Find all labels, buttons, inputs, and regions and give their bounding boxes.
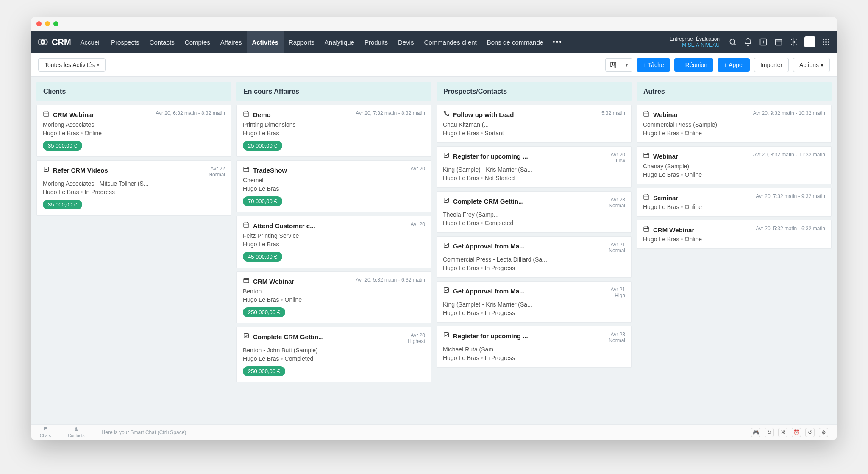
kanban-view-icon[interactable]: [606, 59, 621, 71]
nav-item-comptes[interactable]: Comptes: [180, 31, 215, 53]
column-header: Autres: [637, 82, 832, 101]
activity-card[interactable]: CRM WebinarAvr 20, 5:32 matin - 6:32 mat…: [236, 271, 431, 323]
nav-item-produits[interactable]: Produits: [359, 31, 393, 53]
card-time: Avr 23: [611, 332, 625, 337]
new-call-button[interactable]: + Appel: [718, 58, 750, 72]
filter-dropdown[interactable]: Toutes les Activités ▾: [38, 58, 106, 72]
import-button[interactable]: Importer: [754, 58, 789, 72]
window-maximize[interactable]: [53, 21, 58, 26]
card-meta: Hugo Le Bras•Online: [643, 204, 825, 210]
nav-item-affaires[interactable]: Affaires: [215, 31, 247, 53]
event-icon: [243, 277, 250, 285]
nav-item-activités[interactable]: Activités: [247, 31, 284, 53]
svg-rect-8: [825, 41, 826, 42]
footer-settings-icon[interactable]: ⚙: [819, 428, 828, 437]
nav-item-analytique[interactable]: Analytique: [320, 31, 359, 53]
svg-rect-21: [244, 278, 249, 283]
card-meta: Hugo Le Bras•Online: [643, 171, 825, 178]
card-subtitle: Chau Kitzman (...: [443, 121, 625, 128]
chevron-down-icon[interactable]: ▾: [621, 59, 632, 71]
card-time: Avr 21: [611, 242, 625, 248]
card-subtitle: Morlong Associates: [43, 121, 225, 128]
apps-grid-icon[interactable]: [821, 37, 831, 47]
card-title: Attend Customer c...: [253, 222, 315, 229]
svg-rect-4: [823, 39, 824, 40]
task-icon: [43, 166, 50, 174]
footer-alarm-icon[interactable]: ⏰: [792, 428, 801, 437]
footer-contacts[interactable]: Contacts: [68, 427, 84, 438]
footer-history-icon[interactable]: ↺: [805, 428, 815, 437]
card-subtitle: Commercial Press - Leota Dilliard (Sa...: [443, 256, 625, 263]
card-time: Avr 20, 7:32 matin - 9:32 matin: [756, 193, 825, 199]
activity-card[interactable]: CRM WebinarAvr 20, 5:32 matin - 6:32 mat…: [637, 220, 832, 249]
new-meeting-button[interactable]: + Réunion: [674, 58, 713, 72]
activity-card[interactable]: WebinarAvr 20, 9:32 matin - 10:32 matinC…: [637, 105, 832, 143]
svg-rect-25: [444, 243, 449, 248]
kanban-column: AutresWebinarAvr 20, 9:32 matin - 10:32 …: [637, 82, 832, 419]
calendar-icon[interactable]: [774, 37, 783, 47]
card-title: Complete CRM Gettin...: [453, 198, 524, 205]
nav-more[interactable]: •••: [548, 38, 567, 46]
card-time: Avr 20, 6:32 matin - 8:32 matin: [156, 110, 225, 116]
kanban-column: Prospects/ContactsFollow up with Lead5:3…: [437, 82, 632, 419]
nav-item-accueil[interactable]: Accueil: [75, 31, 106, 53]
footer-gamepad-icon[interactable]: 🎮: [751, 428, 760, 437]
card-meta: Hugo Le Bras•Online: [243, 296, 425, 303]
task-icon: [443, 242, 450, 250]
svg-rect-28: [644, 112, 649, 116]
nav-item-commandes client[interactable]: Commandes client: [419, 31, 481, 53]
activity-card[interactable]: SeminarAvr 20, 7:32 matin - 9:32 matinHu…: [637, 188, 832, 217]
trial-upgrade-link[interactable]: MISE À NIVEAU: [670, 42, 720, 48]
nav-item-contacts[interactable]: Contacts: [145, 31, 180, 53]
window-close[interactable]: [36, 21, 42, 26]
card-subtitle: King (Sample) - Kris Marrier (Sa...: [443, 301, 625, 308]
svg-rect-23: [444, 153, 449, 158]
card-time: 5:32 matin: [601, 110, 625, 116]
activity-card[interactable]: Get Apporval from Ma...Avr 21HighKing (S…: [437, 281, 632, 323]
activity-card[interactable]: Complete CRM Gettin...Avr 20HighestBento…: [236, 327, 431, 382]
plus-icon[interactable]: [759, 37, 768, 47]
search-icon[interactable]: [728, 37, 737, 47]
card-title: CRM Webinar: [53, 111, 94, 118]
card-title: Complete CRM Gettin...: [253, 333, 324, 340]
card-priority: Normal: [609, 337, 625, 343]
bell-icon[interactable]: [743, 37, 753, 47]
svg-rect-27: [444, 333, 449, 337]
chevron-down-icon: ▾: [821, 61, 823, 68]
card-meta: Hugo Le Bras•In Progress: [443, 309, 625, 316]
actions-dropdown[interactable]: Actions ▾: [793, 58, 830, 72]
gear-icon[interactable]: [789, 37, 798, 47]
toolbar: Toutes les Activités ▾ ▾ + Tâche + Réuni…: [31, 53, 837, 77]
footer-zia-icon[interactable]: ⵣ: [778, 428, 787, 437]
activity-card[interactable]: Follow up with Lead5:32 matinChau Kitzma…: [437, 105, 632, 143]
card-priority: High: [615, 293, 625, 298]
activity-card[interactable]: DemoAvr 20, 7:32 matin - 8:32 matinPrint…: [236, 105, 431, 157]
activity-card[interactable]: WebinarAvr 20, 8:32 matin - 11:32 matinC…: [637, 146, 832, 184]
nav-item-bons de commande[interactable]: Bons de commande: [482, 31, 548, 53]
avatar[interactable]: [804, 36, 815, 47]
card-title: Register for upcoming ...: [453, 153, 528, 160]
activity-card[interactable]: Register for upcoming ...Avr 20LowKing (…: [437, 146, 632, 188]
activity-card[interactable]: Attend Customer c...Avr 20Feltz Printing…: [236, 216, 431, 268]
card-meta: Hugo Le Bras•Sortant: [443, 130, 625, 137]
task-icon: [243, 332, 250, 341]
activity-card[interactable]: Register for upcoming ...Avr 23NormalMic…: [437, 326, 632, 368]
activity-card[interactable]: Complete CRM Gettin...Avr 23NormalTheola…: [437, 191, 632, 233]
activity-card[interactable]: Refer CRM VideosAvr 22NormalMorlong Asso…: [36, 160, 231, 216]
footer-chats[interactable]: Chats: [40, 427, 51, 438]
card-title: TradeShow: [253, 167, 287, 174]
card-time: Avr 23: [611, 197, 625, 203]
trial-info[interactable]: Entreprise- Évaluation MISE À NIVEAU: [670, 36, 720, 48]
activity-card[interactable]: CRM WebinarAvr 20, 6:32 matin - 8:32 mat…: [36, 105, 231, 157]
new-task-button[interactable]: + Tâche: [637, 58, 670, 72]
nav-item-prospects[interactable]: Prospects: [106, 31, 145, 53]
footer-refresh-icon[interactable]: ↻: [765, 428, 774, 437]
app-logo[interactable]: CRM: [37, 36, 75, 47]
window-minimize[interactable]: [45, 21, 50, 26]
nav-item-devis[interactable]: Devis: [393, 31, 419, 53]
svg-point-0: [730, 39, 735, 44]
activity-card[interactable]: Get Approval from Ma...Avr 21NormalComme…: [437, 236, 632, 278]
card-priority: Normal: [209, 172, 225, 178]
activity-card[interactable]: TradeShowAvr 20ChemelHugo Le Bras70 000,…: [236, 160, 431, 212]
nav-item-rapports[interactable]: Rapports: [284, 31, 320, 53]
